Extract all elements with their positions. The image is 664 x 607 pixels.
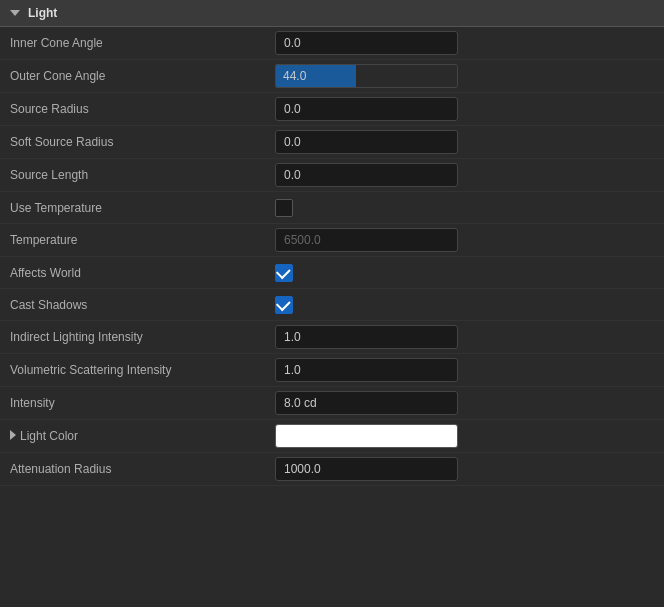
label-use-temperature: Use Temperature [10,201,275,215]
property-row-intensity: Intensity [0,387,664,420]
label-affects-world: Affects World [10,266,275,280]
value-attenuation-radius [275,457,654,481]
input-source-length[interactable] [275,163,458,187]
input-soft-source-radius[interactable] [275,130,458,154]
value-temperature [275,228,654,252]
property-row-inner-cone-angle: Inner Cone Angle [0,27,664,60]
slider-text-outer-cone-angle: 44.0 [275,64,458,88]
property-row-temperature: Temperature [0,224,664,257]
input-intensity[interactable] [275,391,458,415]
input-attenuation-radius[interactable] [275,457,458,481]
value-light-color [275,424,654,448]
label-inner-cone-angle: Inner Cone Angle [10,36,275,50]
label-source-length: Source Length [10,168,275,182]
label-intensity: Intensity [10,396,275,410]
label-cast-shadows: Cast Shadows [10,298,275,312]
input-indirect-lighting-intensity[interactable] [275,325,458,349]
value-cast-shadows [275,296,654,314]
input-inner-cone-angle[interactable] [275,31,458,55]
properties-list: Inner Cone AngleOuter Cone Angle44.0Sour… [0,27,664,486]
label-attenuation-radius: Attenuation Radius [10,462,275,476]
label-light-color: Light Color [10,429,275,443]
label-source-radius: Source Radius [10,102,275,116]
slider-fill-outer-cone-angle [275,64,356,88]
value-volumetric-scattering-intensity [275,358,654,382]
section-header[interactable]: Light [0,0,664,27]
section-chevron-icon [10,10,20,16]
slider-border-outer-cone-angle [275,64,458,88]
checkbox-affects-world[interactable] [275,264,293,282]
input-volumetric-scattering-intensity[interactable] [275,358,458,382]
label-soft-source-radius: Soft Source Radius [10,135,275,149]
slider-container-outer-cone-angle[interactable]: 44.0 [275,64,458,88]
property-row-use-temperature: Use Temperature [0,192,664,224]
property-row-soft-source-radius: Soft Source Radius [0,126,664,159]
value-affects-world [275,264,654,282]
property-row-light-color: Light Color [0,420,664,453]
color-swatch-light-color[interactable] [275,424,458,448]
property-row-source-radius: Source Radius [0,93,664,126]
value-source-radius [275,97,654,121]
section-title: Light [28,6,57,20]
label-indirect-lighting-intensity: Indirect Lighting Intensity [10,330,275,344]
property-row-outer-cone-angle: Outer Cone Angle44.0 [0,60,664,93]
value-indirect-lighting-intensity [275,325,654,349]
value-use-temperature [275,199,654,217]
value-source-length [275,163,654,187]
property-row-indirect-lighting-intensity: Indirect Lighting Intensity [0,321,664,354]
property-row-affects-world: Affects World [0,257,664,289]
label-volumetric-scattering-intensity: Volumetric Scattering Intensity [10,363,275,377]
checkbox-use-temperature[interactable] [275,199,293,217]
light-section: Light Inner Cone AngleOuter Cone Angle44… [0,0,664,486]
value-intensity [275,391,654,415]
property-row-source-length: Source Length [0,159,664,192]
property-row-volumetric-scattering-intensity: Volumetric Scattering Intensity [0,354,664,387]
property-row-attenuation-radius: Attenuation Radius [0,453,664,486]
value-soft-source-radius [275,130,654,154]
label-temperature: Temperature [10,233,275,247]
label-outer-cone-angle: Outer Cone Angle [10,69,275,83]
value-outer-cone-angle: 44.0 [275,64,654,88]
property-row-cast-shadows: Cast Shadows [0,289,664,321]
value-inner-cone-angle [275,31,654,55]
checkbox-cast-shadows[interactable] [275,296,293,314]
input-source-radius[interactable] [275,97,458,121]
expand-arrow-light-color[interactable] [10,430,16,440]
input-temperature [275,228,458,252]
